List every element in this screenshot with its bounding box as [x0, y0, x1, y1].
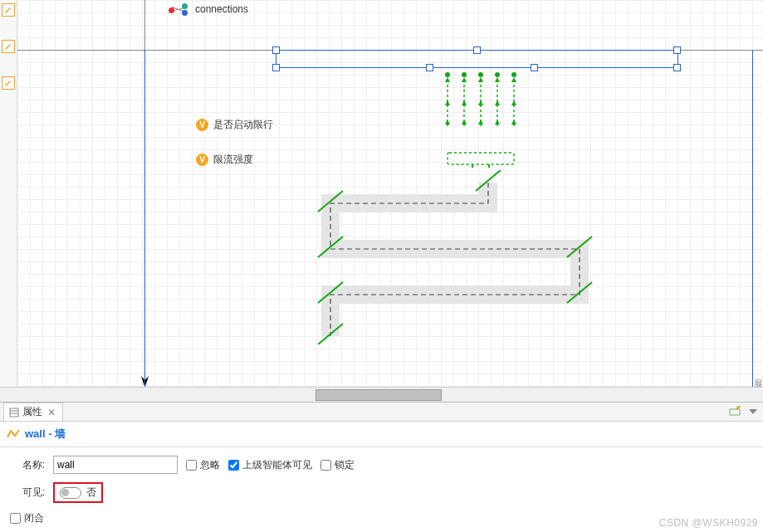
svg-point-6 — [462, 72, 467, 77]
wall-icon — [7, 429, 20, 439]
panel-link-icon[interactable] — [728, 405, 741, 418]
boundary-right — [752, 50, 753, 387]
row-closed: 闭合 — [10, 511, 753, 525]
connections-icon — [169, 3, 188, 15]
tab-label: 属性 — [22, 405, 42, 419]
closed-checkbox-input[interactable] — [10, 513, 21, 524]
svg-rect-20 — [10, 408, 18, 417]
visible-value: 否 — [86, 486, 96, 500]
panel-title: wall - 墙 — [0, 422, 763, 447]
variable-badge-icon: V — [196, 119, 208, 131]
variable-2[interactable]: V 限流强度 — [196, 153, 253, 167]
tab-close-icon[interactable]: ✕ — [46, 407, 57, 418]
ignore-checkbox-input[interactable] — [186, 460, 197, 471]
pedestrian-flow[interactable] — [439, 68, 527, 168]
app-root: connections V 是否启动限行 V 限流强度 — [0, 0, 763, 532]
row-visible: 可见: 否 — [10, 482, 753, 503]
tool-edit-1[interactable] — [2, 3, 15, 17]
canvas[interactable]: connections V 是否启动限行 V 限流强度 — [17, 0, 763, 387]
closed-label: 闭合 — [24, 511, 44, 525]
selection-handle[interactable] — [673, 46, 681, 54]
selection-handle[interactable] — [673, 64, 681, 71]
name-input[interactable] — [53, 456, 178, 474]
selection-handle[interactable] — [426, 64, 433, 71]
svg-point-5 — [445, 72, 450, 77]
boundary-left — [144, 50, 145, 387]
top-area: connections V 是否启动限行 V 限流强度 — [0, 0, 763, 387]
visible-toggle-highlight: 否 — [53, 482, 103, 503]
panel-actions — [728, 405, 760, 418]
right-edge-hint: 展 — [754, 378, 763, 387]
ignore-label: 忽略 — [200, 458, 220, 472]
connections-label: connections — [195, 3, 248, 15]
row-name: 名称: 忽略 上级智能体可见 锁定 — [10, 456, 753, 474]
scrollbar-thumb[interactable] — [315, 389, 442, 401]
lock-label: 锁定 — [335, 458, 355, 472]
svg-point-9 — [511, 72, 516, 77]
lock-checkbox-input[interactable] — [320, 460, 331, 471]
selection-handle[interactable] — [272, 64, 280, 71]
properties-panel: 属性 ✕ wall - 墙 名称: 忽略 上级智能体可见 — [0, 402, 763, 532]
panel-tabbar: 属性 ✕ — [0, 403, 763, 422]
parent-visible-checkbox-input[interactable] — [228, 460, 239, 471]
connections-item[interactable]: connections — [169, 3, 248, 15]
svg-point-7 — [478, 72, 483, 77]
panel-title-text: wall - 墙 — [25, 427, 66, 442]
selection-handle[interactable] — [531, 64, 538, 71]
variable-1[interactable]: V 是否启动限行 — [196, 118, 273, 132]
selection-handle[interactable] — [473, 46, 481, 54]
visible-label: 可见: — [10, 486, 45, 500]
tool-edit-2[interactable] — [2, 40, 15, 53]
panel-menu-icon[interactable] — [746, 405, 760, 418]
visible-toggle[interactable] — [60, 487, 81, 499]
left-toolbar — [0, 0, 17, 387]
parent-visible-label: 上级智能体可见 — [242, 458, 312, 472]
tab-properties[interactable]: 属性 ✕ — [3, 403, 63, 421]
selection-handle[interactable] — [272, 46, 280, 54]
wall-shape[interactable] — [306, 170, 604, 344]
name-label: 名称: — [10, 458, 45, 472]
panel-body: 名称: 忽略 上级智能体可见 锁定 可见: 否 闭合 — [0, 447, 763, 532]
variable-label: 是否启动限行 — [213, 118, 273, 132]
parent-visible-checkbox[interactable]: 上级智能体可见 — [228, 458, 312, 472]
svg-rect-23 — [730, 409, 740, 415]
ignore-checkbox[interactable]: 忽略 — [186, 458, 220, 472]
variable-badge-icon: V — [196, 154, 208, 166]
properties-icon — [9, 408, 19, 417]
svg-rect-10 — [448, 153, 514, 164]
horizontal-scrollbar[interactable] — [0, 387, 763, 402]
closed-checkbox[interactable]: 闭合 — [10, 511, 44, 525]
variable-label: 限流强度 — [213, 153, 253, 167]
lock-checkbox[interactable]: 锁定 — [320, 458, 355, 472]
svg-point-8 — [495, 72, 500, 77]
tool-edit-3[interactable] — [2, 76, 15, 90]
